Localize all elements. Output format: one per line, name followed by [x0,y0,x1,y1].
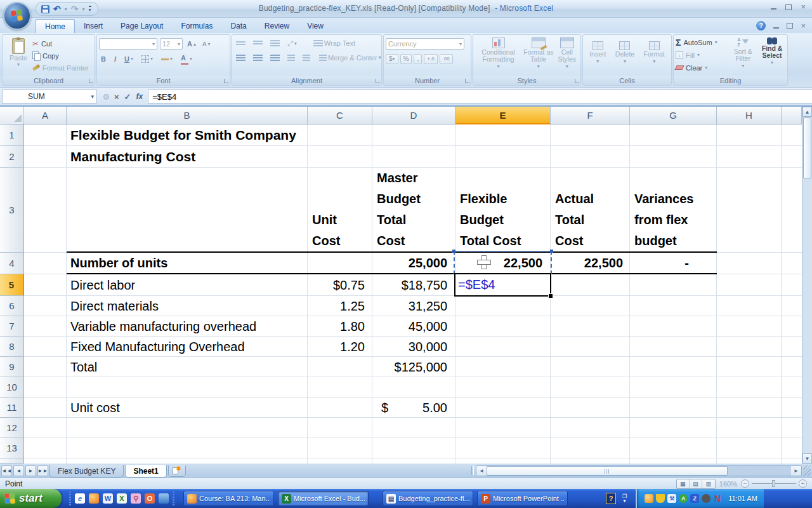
scroll-right-icon[interactable]: ► [791,466,801,476]
accounting-format-button[interactable]: $▾ [386,54,398,64]
alignment-dialog-launcher-icon[interactable] [376,79,380,83]
cell-C7[interactable]: 1.80 [308,316,372,337]
cell-B2[interactable]: Manufacturing Cost [67,146,308,168]
name-box[interactable]: SUM ▾ [2,90,97,104]
active-cell-E5-edit[interactable]: =$E$4 [454,273,551,297]
messenger-icon[interactable] [159,493,169,504]
row-header-13[interactable]: 13 [0,438,24,458]
tab-formulas[interactable]: Formulas [172,19,221,33]
format-painter-button[interactable]: Format Painter [32,62,89,73]
italic-button[interactable]: I [112,54,118,64]
fill-color-button[interactable]: ▾ [159,54,174,64]
column-header-H[interactable]: H [717,107,782,124]
task-button-excel[interactable]: X Microsoft Excel - Bud... [278,491,369,506]
vertical-scroll-thumb[interactable] [803,117,811,178]
underline-button[interactable]: U▾ [122,54,135,64]
row-header-partial[interactable] [0,458,24,464]
number-dialog-launcher-icon[interactable] [465,79,469,83]
merge-center-button[interactable]: Merge & Center▾ [317,53,383,63]
normal-view-icon[interactable]: ▦ [677,479,690,488]
paste-button[interactable]: Paste ▾ [4,37,32,76]
cell-C3[interactable]: UnitCost [308,168,372,253]
tab-view[interactable]: View [298,19,332,33]
office-button[interactable] [3,2,31,30]
workbook-minimize-icon[interactable] [773,27,779,29]
tab-split-handle[interactable] [471,466,474,475]
column-header-B[interactable]: B [67,107,308,124]
select-all-button[interactable] [0,107,24,124]
row-header-10[interactable]: 10 [0,377,24,398]
copy-button[interactable]: Copy [32,50,89,61]
cell-B4[interactable]: Number of units [67,253,308,273]
row-header-9[interactable]: 9 [0,357,24,377]
percent-style-button[interactable]: % [400,54,412,64]
task-button-powerpoint[interactable]: P Microsoft PowerPoint ... [477,491,568,506]
cell-B11[interactable]: Unit cost [67,398,308,418]
firefox-icon[interactable] [89,493,99,504]
scroll-left-icon[interactable]: ◄ [476,466,487,476]
vertical-scrollbar[interactable]: ▲ ▼ [802,107,812,464]
task-button-browser[interactable]: Course: BA 213: Man... [183,491,274,506]
tab-page-layout[interactable]: Page Layout [112,19,172,33]
column-header-G[interactable]: G [630,107,717,124]
fill-button[interactable]: ↓Fill▾ [676,50,727,60]
align-top-button[interactable] [234,38,247,48]
formula-input[interactable]: =$E$4 [148,90,812,104]
format-as-table-button[interactable]: Format as Table▾ [521,37,555,76]
workbook-close-icon[interactable]: × [801,23,806,29]
cell-D9[interactable]: $125,000 [372,357,455,377]
cell-B9[interactable]: Total [67,357,308,377]
clipboard-dialog-launcher-icon[interactable] [89,79,93,83]
horizontal-scroll-thumb[interactable] [487,466,728,476]
column-header-partial[interactable] [782,107,802,124]
column-header-E[interactable]: E [455,107,551,124]
cell-D3[interactable]: MasterBudget TotalCost [372,168,455,253]
cell-D4[interactable]: 25,000 [372,253,455,273]
cell-E3[interactable]: FlexibleBudget Total Cost [455,168,551,253]
tab-data[interactable]: Data [221,19,255,33]
start-button[interactable]: start [0,489,62,508]
row-header-7[interactable]: 7 [0,316,24,337]
border-button[interactable]: ▾ [140,54,155,64]
antivirus-icon[interactable]: A [679,494,688,503]
restore-icon[interactable] [785,4,792,10]
page-break-view-icon[interactable]: ▥ [702,479,715,488]
cell-G4[interactable]: - [630,253,717,273]
tools-icon[interactable]: ⚒ [667,494,676,503]
cell-C8[interactable]: 1.20 [308,337,372,357]
cell-C6[interactable]: 1.25 [308,296,372,316]
minimize-icon[interactable] [771,8,776,10]
insert-cells-button[interactable]: Insert▾ [588,41,607,76]
conditional-formatting-button[interactable]: Conditional Formatting▾ [475,37,521,76]
cell-D11[interactable]: $ 5.00 [372,398,455,418]
row-header-8[interactable]: 8 [0,337,24,357]
horizontal-scrollbar[interactable]: ◄ ► [476,465,802,476]
column-header-A[interactable]: A [24,107,67,124]
zoom-slider[interactable]: − + [741,479,807,488]
find-select-button[interactable]: Find & Select▾ [759,37,785,76]
column-header-C[interactable]: C [308,107,372,124]
next-sheet-icon[interactable]: ► [25,465,36,476]
scroll-up-icon[interactable]: ▲ [802,107,812,117]
row-header-3[interactable]: 3 [0,168,24,253]
bold-button[interactable]: B [99,54,108,64]
first-sheet-icon[interactable]: ◄◄ [1,465,12,476]
spreadsheet-grid[interactable]: 1 2 3 4 5 6 7 8 9 10 11 12 13 Flexible B… [0,124,802,464]
delete-cells-button[interactable]: Delete▾ [614,41,636,76]
cell-D8[interactable]: 30,000 [372,337,455,357]
cell-D6[interactable]: 31,250 [372,296,455,316]
ie-icon[interactable]: e [75,493,85,504]
align-center-button[interactable] [251,53,265,63]
font-dialog-launcher-icon[interactable] [224,79,228,83]
insert-function-icon[interactable]: fx [136,93,143,100]
cell-styles-button[interactable]: Cell Styles▾ [555,37,579,76]
shrink-font-button[interactable]: A▾ [200,39,213,49]
zoom-in-icon[interactable]: + [799,479,807,488]
help-tray-icon[interactable]: ? [606,493,616,504]
row-header-6[interactable]: 6 [0,296,24,316]
row-header-5[interactable]: 5 [0,274,24,296]
page-layout-view-icon[interactable]: ▤ [690,479,702,488]
cell-D5[interactable]: $18,750 [372,274,455,296]
align-bottom-button[interactable] [268,38,282,48]
netscape-icon[interactable]: N [713,494,722,503]
